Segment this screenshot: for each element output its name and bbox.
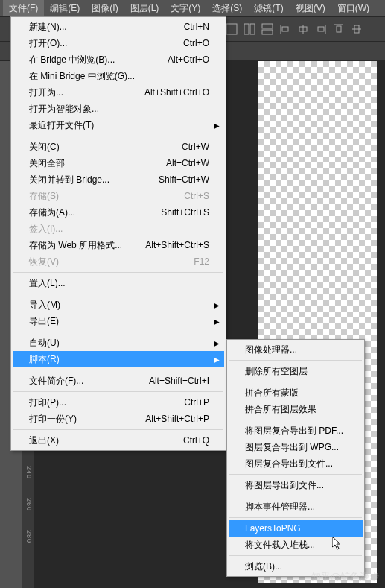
file_menu-item[interactable]: 打开为智能对象... — [13, 101, 224, 117]
menu-item-label: 将图层导出到文件... — [245, 479, 348, 492]
menu-separator — [13, 332, 223, 332]
menu-item-label: 退出(X) — [29, 434, 183, 447]
menu-item-label: 脚本事件管理器... — [245, 501, 348, 513]
menu-item-label: 新建(N)... — [29, 21, 184, 34]
menu-separator — [13, 429, 223, 430]
menu-file[interactable]: 文件(F) — [3, 0, 44, 17]
file_menu-item[interactable]: 新建(N)...Ctrl+N — [13, 19, 224, 35]
menu-item-label: 关闭并转到 Bridge... — [29, 174, 159, 186]
menu-item-label: 导入(M) — [29, 299, 209, 312]
file_menu-item[interactable]: 退出(X)Ctrl+Q — [13, 432, 224, 449]
menu-item-label: 关闭(C) — [29, 141, 182, 154]
menu-image[interactable]: 图像(I) — [86, 0, 124, 17]
menu-separator — [229, 420, 362, 420]
menu-item-shortcut: Ctrl+S — [184, 191, 209, 201]
menu-type[interactable]: 文字(Y) — [165, 0, 206, 17]
menu-separator — [229, 360, 362, 361]
scripts_menu-item[interactable]: LayersToPNG — [229, 520, 363, 537]
svg-rect-1 — [244, 24, 249, 34]
menu-separator — [229, 517, 362, 518]
file_menu-item: 存储(S)Ctrl+S — [13, 188, 224, 204]
scripts_menu-item[interactable]: 拼合所有图层效果 — [229, 401, 363, 417]
align-top-icon[interactable] — [331, 21, 347, 37]
file_menu-item[interactable]: 关闭全部Alt+Ctrl+W — [13, 155, 224, 171]
menu-item-shortcut: F12 — [194, 256, 209, 267]
menu-item-label: 存储为(A)... — [29, 206, 161, 219]
scripts_menu-item[interactable]: 脚本事件管理器... — [229, 499, 363, 515]
menu-item-shortcut: Alt+Ctrl+W — [166, 158, 209, 168]
file_menu-item[interactable]: 打印一份(Y)Alt+Shift+Ctrl+P — [13, 411, 224, 427]
scripts_menu-item[interactable]: 将文件载入堆栈... — [229, 537, 363, 553]
file_menu-item[interactable]: 关闭(C)Ctrl+W — [13, 139, 224, 155]
ruler-tick: 280 — [25, 530, 33, 543]
svg-rect-6 — [282, 27, 288, 31]
menu-item-shortcut: Ctrl+Q — [183, 435, 209, 446]
file_menu-item[interactable]: 存储为 Web 所用格式...Alt+Shift+Ctrl+S — [13, 237, 224, 253]
menu-item-label: 脚本(R) — [29, 353, 209, 366]
svg-rect-12 — [337, 26, 341, 32]
menu-item-label: 在 Mini Bridge 中浏览(G)... — [29, 70, 209, 83]
scripts_menu-item[interactable]: 图像处理器... — [229, 341, 363, 358]
menu-item-label: 导出(E) — [29, 315, 209, 328]
menu-item-shortcut: Alt+Shift+Ctrl+S — [145, 240, 209, 250]
menu-item-shortcut: Shift+Ctrl+S — [161, 207, 209, 218]
menu-select[interactable]: 选择(S) — [206, 0, 248, 17]
file_menu-item[interactable]: 文件简介(F)...Alt+Shift+Ctrl+I — [13, 373, 224, 389]
menu-item-shortcut: Ctrl+P — [184, 397, 209, 408]
file_menu-item[interactable]: 在 Bridge 中浏览(B)...Alt+Ctrl+O — [13, 51, 224, 68]
menu-item-label: 存储为 Web 所用格式... — [29, 239, 145, 252]
scripts_menu-item[interactable]: 图层复合导出到文件... — [229, 455, 363, 472]
menu-item-label: 在 Bridge 中浏览(B)... — [29, 54, 168, 66]
menu-item-label: 文件简介(F)... — [29, 375, 149, 388]
align-middle-icon[interactable] — [349, 21, 365, 37]
menu-item-shortcut: Ctrl+W — [182, 142, 209, 152]
menu-item-label: LayersToPNG — [245, 523, 348, 534]
menu-item-shortcut: Ctrl+N — [184, 22, 209, 32]
align-center-icon[interactable] — [295, 21, 311, 37]
menu-item-shortcut: Alt+Shift+Ctrl+I — [149, 376, 209, 386]
svg-rect-2 — [250, 24, 255, 34]
menu-item-label: 签入(I)... — [29, 223, 209, 235]
scripts_menu-item[interactable]: 将图层导出到文件... — [229, 477, 363, 493]
file_menu-item[interactable]: 导入(M)▶ — [13, 297, 224, 313]
menu-separator — [13, 370, 223, 370]
file_menu-item: 恢复(V)F12 — [13, 253, 224, 270]
menu-item-label: 置入(L)... — [29, 277, 209, 290]
file_menu-item[interactable]: 在 Mini Bridge 中浏览(G)... — [13, 68, 224, 84]
arrange-icon-2[interactable] — [241, 21, 258, 37]
file_menu-item[interactable]: 导出(E)▶ — [13, 313, 224, 329]
watermark: 知乎@鲸鱼漫步 — [311, 570, 379, 584]
submenu-arrow-icon: ▶ — [214, 317, 220, 326]
scripts_menu-item[interactable]: 将图层复合导出到 PDF... — [229, 423, 363, 439]
align-left-icon[interactable] — [277, 21, 293, 37]
file_menu-item[interactable]: 存储为(A)...Shift+Ctrl+S — [13, 204, 224, 221]
menu-edit[interactable]: 编辑(E) — [44, 0, 86, 17]
scripts_menu-item[interactable]: 图层复合导出到 WPG... — [229, 439, 363, 455]
file_menu-item[interactable]: 关闭并转到 Bridge...Shift+Ctrl+W — [13, 171, 224, 188]
file_menu-item[interactable]: 打开为...Alt+Shift+Ctrl+O — [13, 84, 224, 101]
svg-rect-3 — [262, 24, 273, 28]
align-right-icon[interactable] — [313, 21, 329, 37]
svg-rect-0 — [226, 24, 237, 34]
file_menu-item[interactable]: 最近打开文件(T)▶ — [13, 117, 224, 133]
ruler-tick: 240 — [25, 466, 33, 479]
scripts_menu-item[interactable]: 拼合所有蒙版 — [229, 385, 363, 401]
menu-item-label: 打开为智能对象... — [29, 103, 209, 116]
arrange-icon-3[interactable] — [259, 21, 276, 37]
file_menu-item[interactable]: 打印(P)...Ctrl+P — [13, 394, 224, 411]
file_menu-item[interactable]: 脚本(R)▶ — [13, 351, 224, 367]
menu-item-label: 自动(U) — [29, 337, 209, 350]
menu-separator — [229, 382, 362, 382]
scripts_menu-item[interactable]: 删除所有空图层 — [229, 363, 363, 379]
file_menu-item[interactable]: 自动(U)▶ — [13, 335, 224, 351]
menu-filter[interactable]: 滤镜(T) — [248, 0, 289, 17]
menu-item-label: 图像处理器... — [245, 344, 348, 356]
menu-item-shortcut: Alt+Shift+Ctrl+O — [144, 87, 209, 98]
file_menu-item[interactable]: 打开(O)...Ctrl+O — [13, 35, 224, 51]
menubar: 文件(F) 编辑(E) 图像(I) 图层(L) 文字(Y) 选择(S) 滤镜(T… — [0, 0, 385, 16]
menu-view[interactable]: 视图(V) — [290, 0, 331, 17]
file_menu-item[interactable]: 置入(L)... — [13, 275, 224, 291]
menu-layer[interactable]: 图层(L) — [124, 0, 165, 17]
menu-window[interactable]: 窗口(W) — [331, 0, 375, 17]
ruler-tick: 260 — [25, 498, 33, 511]
